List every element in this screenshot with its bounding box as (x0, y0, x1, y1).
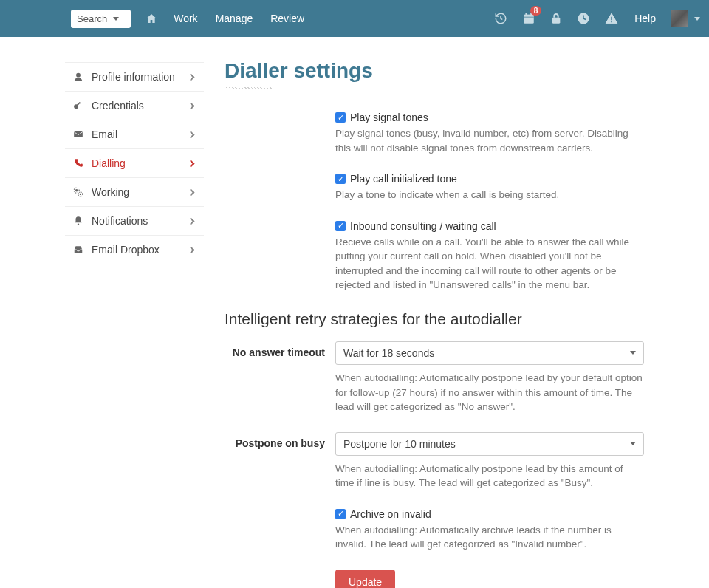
postpone-busy-help: When autodialling: Automatically postpon… (335, 462, 644, 490)
search-dropdown[interactable]: Search (71, 10, 131, 28)
no-answer-label: No answer timeout (225, 341, 335, 414)
sidebar-item-label: Notifications (92, 215, 148, 227)
main-content: Dialler settings ✓ Play signal tones Pla… (204, 37, 709, 588)
sidebar-item-email-dropbox[interactable]: Email Dropbox (65, 236, 204, 264)
page-title: Dialler settings (225, 59, 644, 83)
chevron-right-icon (188, 160, 195, 167)
chevron-right-icon (188, 131, 195, 138)
clock-icon[interactable] (569, 12, 597, 25)
avatar[interactable] (671, 10, 688, 27)
home-icon[interactable] (138, 13, 165, 24)
svg-point-9 (76, 73, 81, 78)
archive-invalid-help: When autodialling: Automatically archive… (335, 523, 644, 552)
chevron-right-icon (188, 73, 195, 81)
caret-down-icon (630, 351, 636, 355)
title-underline (225, 87, 272, 89)
section-title: Intelligent retry strategies for the aut… (225, 310, 644, 328)
caret-down-icon (113, 17, 119, 21)
topnav-right: 8 Help (487, 10, 700, 27)
inbox-icon (72, 245, 84, 255)
sidebar-item-label: Profile information (92, 71, 175, 83)
sidebar-item-profile[interactable]: Profile information (65, 62, 204, 92)
signal-tones-checkbox[interactable]: ✓ (335, 112, 346, 123)
postpone-busy-label: Postpone on busy (225, 432, 335, 490)
inbound-consulting-help: Recieve calls while on a call. You'll be… (335, 235, 644, 293)
caret-down-icon (630, 442, 636, 445)
initialized-tone-help: Play a tone to indicate when a call is b… (335, 188, 644, 202)
chevron-right-icon (188, 246, 195, 253)
sidebar-item-working[interactable]: Working (65, 178, 204, 207)
no-answer-help: When autodialling: Automatically postpon… (335, 371, 644, 414)
initialized-tone-checkbox[interactable]: ✓ (335, 174, 346, 184)
sidebar-item-label: Dialling (92, 157, 126, 169)
sidebar-item-label: Working (92, 186, 129, 198)
initialized-tone-label: Play call initialized tone (350, 173, 457, 185)
nav-work[interactable]: Work (165, 13, 206, 24)
svg-point-16 (80, 194, 81, 195)
svg-point-14 (75, 189, 78, 191)
signal-tones-label: Play signal tones (350, 112, 428, 123)
no-answer-select[interactable]: Wait for 18 seconds (335, 341, 644, 365)
postpone-busy-select[interactable]: Postpone for 10 minutes (335, 432, 644, 456)
archive-invalid-label: Archive on invalid (350, 508, 431, 520)
phone-icon (72, 158, 84, 168)
svg-rect-5 (552, 18, 561, 24)
calendar-icon[interactable]: 8 (515, 12, 543, 25)
chevron-right-icon (188, 217, 195, 225)
search-label: Search (77, 13, 107, 24)
chevron-right-icon (188, 102, 195, 109)
svg-point-18 (78, 224, 79, 225)
history-icon[interactable] (487, 12, 515, 25)
topnav: Search Work Manage Review 8 Help (0, 0, 709, 37)
signal-tones-help: Play signal tones (busy, invalid number,… (335, 126, 644, 155)
sidebar: Profile information Credentials Email (0, 37, 204, 588)
sidebar-item-notifications[interactable]: Notifications (65, 207, 204, 236)
svg-rect-13 (74, 131, 83, 137)
sidebar-item-label: Email (92, 129, 117, 140)
sidebar-item-credentials[interactable]: Credentials (65, 92, 204, 120)
svg-rect-3 (526, 13, 527, 16)
archive-invalid-checkbox[interactable]: ✓ (335, 509, 346, 519)
sidebar-item-email[interactable]: Email (65, 120, 204, 149)
chevron-right-icon (188, 188, 195, 196)
avatar-caret-icon[interactable] (694, 17, 700, 21)
nav-manage[interactable]: Manage (207, 13, 262, 24)
envelope-icon (72, 129, 84, 140)
sidebar-item-label: Email Dropbox (92, 244, 160, 256)
inbound-consulting-label: Inbound consulting / waiting call (350, 220, 496, 232)
sidebar-item-dialling[interactable]: Dialling (65, 149, 204, 178)
bell-icon (72, 216, 84, 226)
svg-rect-7 (611, 17, 612, 21)
update-button[interactable]: Update (335, 570, 395, 588)
key-icon (72, 100, 84, 111)
sidebar-item-label: Credentials (92, 100, 144, 112)
svg-rect-8 (611, 21, 612, 23)
warning-icon[interactable] (597, 12, 626, 25)
no-answer-value: Wait for 18 seconds (343, 347, 434, 359)
postpone-busy-value: Postpone for 10 minutes (343, 438, 456, 450)
nav-review[interactable]: Review (261, 13, 313, 24)
lock-icon[interactable] (543, 12, 569, 25)
user-icon (72, 72, 84, 82)
gears-icon (72, 187, 84, 197)
nav-help[interactable]: Help (626, 13, 665, 24)
calendar-badge: 8 (530, 6, 542, 16)
inbound-consulting-checkbox[interactable]: ✓ (335, 221, 346, 231)
